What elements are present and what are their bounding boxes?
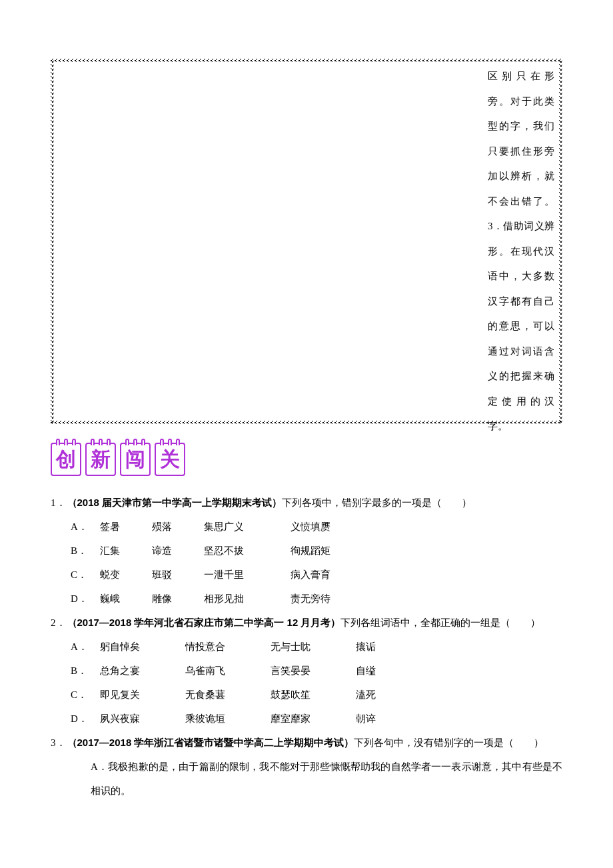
option-row: C． 蜕变 班驳 一泄千里 病入膏育	[71, 563, 562, 587]
word: 巍峨	[100, 587, 152, 611]
option-row: A． 躬自悼矣 情投意合 无与士眈 攘诟	[71, 635, 562, 659]
option-row: B． 汇集 谛造 坚忍不拔 徇规蹈矩	[71, 539, 562, 563]
section-heading: 创 新 闯 关	[51, 443, 613, 476]
question-1: 1． （2018 届天津市第一中学高一上学期期末考试）下列各项中，错别字最多的一…	[51, 491, 562, 515]
note-box: 区别只在形旁。对于此类型的字，我们只要抓住形旁加以辨析，就不会出错了。3．借助词…	[51, 59, 562, 424]
word: 溘死	[356, 683, 376, 707]
word: 无食桑葚	[185, 683, 271, 707]
option-words: 躬自悼矣 情投意合 无与士眈 攘诟	[100, 635, 376, 659]
heading-char-text: 创	[56, 446, 76, 473]
question-stem: 下列各组词语中，全都正确的一组是（ ）	[340, 617, 540, 628]
word: 即见复关	[100, 683, 185, 707]
word: 躬自悼矣	[100, 635, 185, 659]
question-1-options: A． 签暑 殒落 集思广义 义愤填赝 B． 汇集 谛造 坚忍不拔 徇规蹈矩 C．…	[51, 515, 562, 611]
option-text: 我极抱歉的是，由于篇副的限制，我不能对于那些慷慨帮助我的自然学者一一表示谢意，其…	[91, 761, 562, 796]
word: 相形见拙	[204, 587, 291, 611]
zigzag-border-bottom	[51, 421, 562, 424]
question-2-options: A． 躬自悼矣 情投意合 无与士眈 攘诟 B． 总角之宴 乌雀南飞 言笑晏晏 自…	[51, 635, 562, 731]
option-row: B． 总角之宴 乌雀南飞 言笑晏晏 自缢	[71, 659, 562, 683]
word: 靡室靡家	[271, 707, 356, 731]
option-label: D．	[71, 587, 100, 611]
word: 无与士眈	[271, 635, 356, 659]
word: 雕像	[152, 587, 204, 611]
heading-char-text: 新	[91, 446, 111, 473]
option-words: 即见复关 无食桑葚 鼓瑟吹笙 溘死	[100, 683, 376, 707]
option-label: A．	[71, 515, 100, 539]
heading-char-text: 关	[160, 446, 180, 473]
option-row: A．我极抱歉的是，由于篇副的限制，我不能对于那些慷慨帮助我的自然学者一一表示谢意…	[71, 755, 562, 803]
word: 集思广义	[204, 515, 291, 539]
word: 谛造	[152, 539, 204, 563]
question-3: 3． （2017—2018 学年浙江省诸暨市诸暨中学高二上学期期中考试）下列各句…	[51, 731, 562, 755]
question-number: 3．	[51, 731, 66, 755]
questions-block: 1． （2018 届天津市第一中学高一上学期期末考试）下列各项中，错别字最多的一…	[51, 491, 562, 803]
question-source: （2018 届天津市第一中学高一上学期期末考试）	[67, 497, 283, 508]
word: 自缢	[356, 659, 376, 683]
word: 蜕变	[100, 563, 152, 587]
question-3-options: A．我极抱歉的是，由于篇副的限制，我不能对于那些慷慨帮助我的自然学者一一表示谢意…	[51, 755, 562, 803]
word: 殒落	[152, 515, 204, 539]
heading-char-3: 闯	[120, 443, 151, 476]
question-body: （2017—2018 学年浙江省诸暨市诸暨中学高二上学期期中考试）下列各句中，没…	[67, 731, 563, 755]
option-row: D． 巍峨 雕像 相形见拙 责无旁待	[71, 587, 562, 611]
option-row: C． 即见复关 无食桑葚 鼓瑟吹笙 溘死	[71, 683, 562, 707]
option-row: A． 签暑 殒落 集思广义 义愤填赝	[71, 515, 562, 539]
word: 义愤填赝	[291, 515, 330, 539]
heading-char-1: 创	[51, 443, 81, 476]
question-body: （2017—2018 学年河北省石家庄市第二中学高一 12 月月考）下列各组词语…	[67, 611, 563, 635]
option-words: 夙兴夜寐 乘彼诡垣 靡室靡家 朝谇	[100, 707, 376, 731]
word: 鼓瑟吹笙	[271, 683, 356, 707]
option-label: A．	[71, 635, 100, 659]
word: 乌雀南飞	[185, 659, 271, 683]
question-number: 2．	[51, 611, 66, 635]
word: 一泄千里	[204, 563, 291, 587]
option-label: B．	[71, 539, 100, 563]
question-body: （2018 届天津市第一中学高一上学期期末考试）下列各项中，错别字最多的一项是（…	[67, 491, 563, 515]
side-note-text: 区别只在形旁。对于此类型的字，我们只要抓住形旁加以辨析，就不会出错了。3．借助词…	[488, 64, 554, 439]
option-label: B．	[71, 659, 100, 683]
question-number: 1．	[51, 491, 66, 515]
word: 病入膏育	[291, 563, 330, 587]
option-words: 汇集 谛造 坚忍不拔 徇规蹈矩	[100, 539, 330, 563]
word: 夙兴夜寐	[100, 707, 185, 731]
question-stem: 下列各句中，没有错别字的一项是（ ）	[354, 737, 544, 748]
word: 坚忍不拔	[204, 539, 291, 563]
word: 责无旁待	[291, 587, 330, 611]
word: 签暑	[100, 515, 152, 539]
word: 言笑晏晏	[271, 659, 356, 683]
word: 情投意合	[185, 635, 271, 659]
word: 攘诟	[356, 635, 376, 659]
word: 乘彼诡垣	[185, 707, 271, 731]
heading-char-4: 关	[155, 443, 185, 476]
option-label: D．	[71, 707, 100, 731]
word: 汇集	[100, 539, 152, 563]
heading-char-text: 闯	[125, 446, 145, 473]
option-label: A．	[91, 761, 108, 772]
word: 总角之宴	[100, 659, 185, 683]
option-words: 蜕变 班驳 一泄千里 病入膏育	[100, 563, 330, 587]
question-source: （2017—2018 学年河北省石家庄市第二中学高一 12 月月考）	[67, 617, 341, 628]
question-source: （2017—2018 学年浙江省诸暨市诸暨中学高二上学期期中考试）	[67, 737, 354, 748]
option-words: 巍峨 雕像 相形见拙 责无旁待	[100, 587, 330, 611]
option-label: C．	[71, 563, 100, 587]
option-label: C．	[71, 683, 100, 707]
zigzag-border-right	[559, 59, 562, 424]
zigzag-border-left	[51, 59, 54, 424]
option-row: D． 夙兴夜寐 乘彼诡垣 靡室靡家 朝谇	[71, 707, 562, 731]
heading-char-2: 新	[85, 443, 116, 476]
word: 朝谇	[356, 707, 376, 731]
zigzag-border-top	[51, 59, 562, 62]
question-stem: 下列各项中，错别字最多的一项是（ ）	[282, 497, 472, 508]
option-words: 签暑 殒落 集思广义 义愤填赝	[100, 515, 330, 539]
option-words: 总角之宴 乌雀南飞 言笑晏晏 自缢	[100, 659, 376, 683]
word: 班驳	[152, 563, 204, 587]
word: 徇规蹈矩	[291, 539, 330, 563]
question-2: 2． （2017—2018 学年河北省石家庄市第二中学高一 12 月月考）下列各…	[51, 611, 562, 635]
